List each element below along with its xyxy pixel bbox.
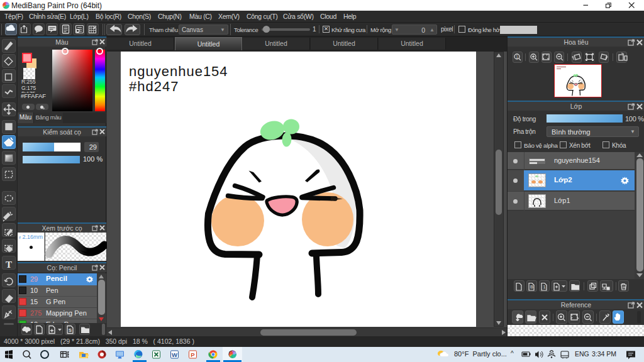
svg-text:S: S — [69, 327, 72, 333]
svg-text:1: 1 — [516, 55, 518, 59]
svg-text:T: T — [6, 260, 12, 270]
svg-text:B: B — [530, 284, 533, 290]
svg-text:1: 1 — [543, 284, 545, 290]
svg-text:P: P — [191, 351, 195, 358]
svg-text:W: W — [172, 351, 177, 358]
